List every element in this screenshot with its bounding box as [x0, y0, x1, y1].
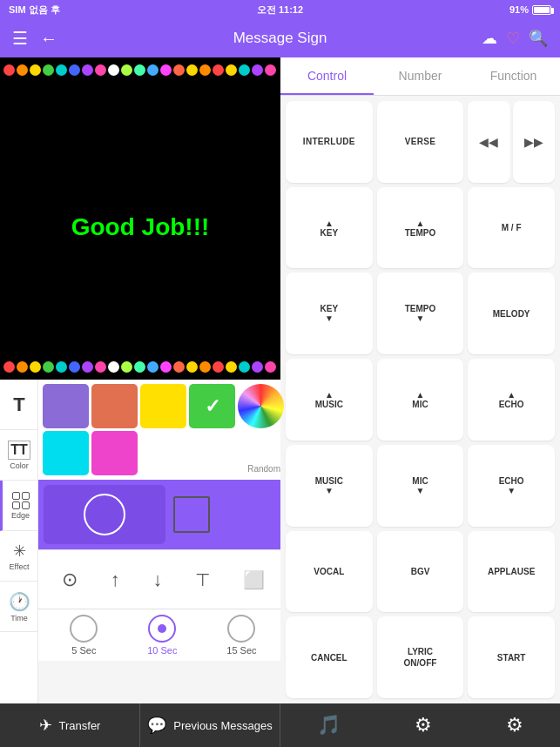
btn-applause[interactable]: APPLAUSE — [468, 531, 555, 613]
controls-main: ✓ Random — [38, 380, 288, 703]
btn-rewind[interactable]: ◀◀ — [468, 101, 509, 183]
checkmark-icon: ✓ — [205, 395, 220, 418]
search-icon[interactable]: 🔍 — [529, 29, 548, 48]
led-display: Good Job!!! — [0, 57, 280, 380]
time-circle-15 — [227, 615, 255, 643]
time-label-15: 15 Sec — [226, 645, 256, 656]
transfer-btn[interactable]: ✈ Transfer — [0, 703, 140, 747]
tab-control[interactable]: Control — [280, 57, 374, 95]
time-label-5: 5 Sec — [71, 645, 96, 656]
btn-key-up[interactable]: ▲ KEY — [286, 187, 373, 269]
color-swatch-random[interactable] — [238, 384, 284, 428]
led-dot — [134, 361, 145, 373]
echo-label-2: ECHO — [499, 476, 524, 486]
btn-mic-up[interactable]: ▲ MIC — [377, 359, 464, 441]
edge-tool-icon — [12, 492, 30, 509]
key-label-2: KEY — [320, 304, 339, 313]
bottom-icon-2[interactable]: ⚙ — [415, 714, 432, 737]
bottom-icon-3[interactable]: ⚙ — [506, 714, 523, 737]
led-dot — [17, 64, 28, 76]
btn-vocal[interactable]: VOCAL — [286, 531, 373, 613]
btn-forward[interactable]: ▶▶ — [513, 101, 555, 183]
btn-melody[interactable]: MELODY — [468, 273, 555, 354]
header: ☰ ← Message Sign ☁ ♡ 🔍 — [0, 19, 560, 57]
effect-text-btn[interactable]: ⊤ — [195, 569, 210, 590]
time-circle-5 — [70, 615, 98, 643]
edge-rect-container[interactable] — [169, 492, 214, 537]
tool-effect[interactable]: ✳ Effect — [0, 531, 38, 582]
rect-outline-shape — [173, 496, 210, 533]
arrow-up: ▲ — [416, 219, 425, 228]
bottom-icon-1[interactable]: 🎵 — [317, 714, 341, 737]
transfer-label: Transfer — [59, 719, 101, 732]
btn-cancel[interactable]: CANCEL — [286, 616, 373, 698]
btn-echo-down[interactable]: ECHO ▼ — [468, 445, 555, 527]
controls-area: T TT Color Edge — [0, 380, 280, 703]
btn-mf[interactable]: M / F — [468, 187, 555, 269]
music-label: MUSIC — [315, 400, 343, 409]
color-swatch-pink[interactable] — [91, 431, 138, 475]
btn-echo-up[interactable]: ▲ ECHO — [468, 359, 555, 441]
music-label-2: MUSIC — [315, 476, 343, 486]
led-dot — [56, 64, 67, 76]
color-swatch-purple[interactable] — [43, 384, 89, 428]
time-option-10[interactable]: 10 Sec — [147, 615, 177, 656]
btn-mic-down[interactable]: MIC ▼ — [377, 445, 464, 527]
led-dot — [213, 361, 224, 373]
status-right: 91% — [509, 4, 551, 15]
tab-number[interactable]: Number — [374, 57, 467, 95]
led-dot — [173, 361, 185, 373]
status-time: 오전 11:12 — [257, 4, 303, 15]
led-dot — [186, 361, 198, 373]
color-row-1: ✓ — [43, 384, 284, 428]
effect-down-btn[interactable]: ↓ — [152, 569, 162, 591]
led-dot — [147, 361, 159, 373]
right-panel: Control Number Function INTERLUDE VERSE … — [280, 57, 560, 703]
led-dot — [252, 361, 263, 373]
btn-bgv[interactable]: BGV — [377, 531, 464, 613]
led-dot — [160, 64, 172, 76]
menu-icon[interactable]: ☰ — [12, 28, 28, 49]
tool-text[interactable]: T — [0, 380, 38, 430]
time-option-15[interactable]: 15 Sec — [226, 615, 256, 656]
btn-tempo-down[interactable]: TEMPO ▼ — [377, 273, 464, 354]
btn-music-down[interactable]: MUSIC ▼ — [286, 445, 373, 527]
led-dot — [108, 361, 119, 373]
led-dot — [69, 64, 80, 76]
color-swatch-green[interactable]: ✓ — [189, 384, 235, 428]
time-option-5[interactable]: 5 Sec — [70, 615, 98, 656]
effect-rect-btn[interactable]: ⬜ — [243, 569, 265, 590]
color-swatch-orange[interactable] — [91, 384, 138, 428]
previous-btn[interactable]: 💬 Previous Messages — [140, 703, 280, 747]
btn-start[interactable]: START — [468, 616, 555, 698]
effect-up-btn[interactable]: ↑ — [111, 569, 120, 591]
signal-icon: SIM 없음 후 — [9, 3, 60, 17]
tool-color[interactable]: TT Color — [0, 430, 38, 481]
tool-edge[interactable]: Edge — [0, 481, 38, 531]
tab-function[interactable]: Function — [467, 57, 560, 95]
btn-interlude[interactable]: INTERLUDE — [286, 101, 373, 183]
color-swatch-yellow[interactable] — [140, 384, 186, 428]
color-swatch-cyan[interactable] — [43, 431, 89, 475]
btn-rewind-forward: ◀◀ ▶▶ — [468, 101, 555, 183]
arrow-up: ▲ — [416, 390, 425, 400]
random-label: Random — [247, 464, 280, 474]
led-dot — [213, 64, 224, 76]
effect-spinner-btn[interactable]: ⊙ — [62, 569, 78, 591]
btn-music-up[interactable]: ▲ MUSIC — [286, 359, 373, 441]
arrow-up: ▲ — [325, 390, 334, 400]
led-dots-bottom — [0, 361, 280, 373]
btn-tempo-up[interactable]: ▲ TEMPO — [377, 187, 464, 269]
edge-circle[interactable] — [84, 494, 125, 535]
back-icon[interactable]: ← — [40, 29, 57, 49]
tool-time[interactable]: 🕐 Time — [0, 582, 38, 632]
btn-verse[interactable]: VERSE — [377, 101, 464, 183]
btn-key-down[interactable]: KEY ▼ — [286, 273, 373, 354]
heart-icon[interactable]: ♡ — [506, 29, 520, 48]
bottom-bar: ✈ Transfer 💬 Previous Messages 🎵 ⚙ ⚙ — [0, 703, 560, 747]
btn-lyric-onoff[interactable]: LYRICON/OFF — [377, 616, 464, 698]
led-dot — [69, 361, 80, 373]
led-dot — [226, 64, 237, 76]
cloud-icon[interactable]: ☁ — [482, 29, 497, 48]
led-dot — [147, 64, 159, 76]
